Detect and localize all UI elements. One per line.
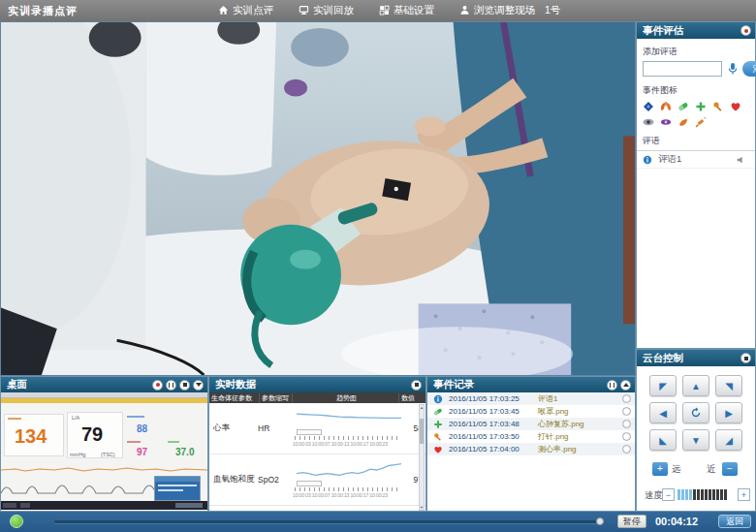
desktop-panel: 桌面 134 L/A 79 mmHg (TSC) 88 97 [0,376,208,512]
monitor-pr-value: 97 [137,447,147,457]
speed-label: 速度 [645,489,663,502]
col-trend: 趋势图 [293,393,399,403]
speed-level-bar [677,489,727,500]
pause-capture-button[interactable] [166,380,176,391]
ptz-up-right-button[interactable]: ◥ [715,375,742,396]
comment-input[interactable] [643,61,722,77]
tab-settings[interactable]: 基础设置 [379,4,434,17]
tab-playback[interactable]: 实训回放 [299,4,354,17]
record-button[interactable] [152,380,163,391]
event-log-row[interactable]: 2016/11/05 17:03:25评语1 [427,392,635,405]
event-icon-eye-icon[interactable] [643,116,654,128]
event-icon-capsule-icon[interactable] [677,101,689,112]
log-export-button[interactable] [620,380,631,391]
ptz-settings-button[interactable] [740,353,751,363]
heart-icon [433,445,443,454]
monitor-paren: (TSC) [101,452,115,457]
realtime-row: 心率HR10:00:03 10:00:07 10:00:13 10:00:17 … [209,403,425,454]
tab-label: 浏览调整现场 [474,4,535,17]
col-value: 数值 [399,393,425,403]
speed-segment [681,489,684,500]
event-action-button[interactable] [622,420,631,428]
toolbar-tabs: 实训点评实训回放基础设置浏览调整现场 [218,0,535,21]
desktop-title: 桌面 [7,378,27,391]
ptz-left-button[interactable]: ◀ [649,402,677,423]
speed-segment [685,489,688,500]
ptz-down-left-button[interactable]: ◣ [649,429,677,451]
event-icon-syringe-icon[interactable] [695,116,707,128]
person-icon [459,5,470,17]
comments-label: 评语 [643,135,755,147]
event-log-row[interactable]: 2016/11/05 17:03:50打针.png [427,430,635,443]
realtime-scrollbar[interactable]: ▲▼ [419,404,425,511]
event-icon-arm-icon[interactable] [677,116,689,128]
pause-button[interactable]: 暂停 [617,515,646,528]
event-eval-title: 事件评估 [643,24,683,38]
ptz-rotate-button[interactable] [682,402,709,423]
microphone-icon[interactable] [727,62,739,76]
eval-settings-button[interactable] [740,25,751,36]
event-action-button[interactable] [622,432,631,441]
event-icon-palette [643,101,756,128]
speed-plus-button[interactable]: + [738,488,750,501]
zoom-in-button[interactable]: + [652,462,668,476]
log-pause-button[interactable] [607,380,617,391]
chart-range-box[interactable] [297,429,322,435]
event-time: 2016/11/05 17:03:48 [449,420,538,428]
realtime-table-header: 生命体征参数 参数缩写 趋势图 数值 [209,392,425,403]
ptz-down-button[interactable]: ▼ [682,429,709,451]
tab-review[interactable]: 实训点评 [218,4,273,17]
home-icon [218,5,229,17]
event-log-row[interactable]: 2016/11/05 17:03:45喉罩.png [427,405,635,418]
event-action-button[interactable] [622,394,631,403]
seek-slider[interactable] [54,520,599,523]
realtime-panel: 实时数据 生命体征参数 参数缩写 趋势图 数值 心率HR10:00:03 10:… [208,376,426,512]
zoom-out-button[interactable]: − [722,462,738,476]
key-icon [433,432,443,442]
add-comment-label: 添加评语 [643,46,755,58]
ptz-up-left-button[interactable]: ◤ [649,375,677,396]
speed-segment [693,489,696,500]
add-comment-button[interactable]: 添加 [742,61,756,77]
app-title: 实训录播点评 [8,4,78,18]
ptz-up-button[interactable]: ▲ [682,375,709,396]
event-icon-eyemask-icon[interactable] [660,116,672,128]
realtime-settings-button[interactable] [411,380,422,391]
event-icon-diamond-icon[interactable] [643,101,654,112]
comment-row[interactable]: 评语1 [637,151,755,169]
event-action-button[interactable] [622,407,631,416]
monitor-nibp-value: 79 [81,424,122,444]
far-label: 远 [672,463,681,476]
monitor-spo2-value: 88 [137,423,147,434]
event-icon-key-icon[interactable] [712,101,724,112]
desktop-header: 桌面 [1,377,207,392]
chart-range-box[interactable] [297,481,322,486]
trend-chart: 10:00:03 10:00:07 10:00:13 10:00:17 10:0… [291,454,405,505]
event-log-row[interactable]: 2016/11/05 17:04:00测心率.png [427,443,635,455]
save-button[interactable] [193,380,204,391]
video-feed [0,21,636,376]
speed-segment [701,489,704,500]
event-log-header: 事件记录 [427,377,635,392]
event-log-row[interactable]: 2016/11/05 17:03:48心肺复苏.png [427,418,635,430]
event-action-button[interactable] [622,445,631,454]
param-name: 心率 [209,422,258,434]
speed-minus-button[interactable]: − [662,488,675,501]
event-icon-heart-icon[interactable] [730,101,741,112]
event-log-rows: 2016/11/05 17:03:25评语12016/11/05 17:03:4… [427,392,635,455]
monitor-icon [299,5,309,17]
speed-segment [705,489,708,500]
tab-live[interactable]: 浏览调整现场 [459,4,535,17]
end-button[interactable]: 返回 [718,515,751,528]
ptz-down-right-button[interactable]: ◢ [715,429,742,451]
snapshot-button[interactable] [179,380,190,391]
seek-thumb[interactable] [596,517,604,525]
event-icon-lungs-icon[interactable] [660,101,672,112]
trend-chart: 10:00:03 10:00:07 10:00:13 10:00:17 10:0… [291,403,405,454]
ptz-right-button[interactable]: ▶ [715,402,742,423]
near-label: 近 [707,463,716,476]
event-icons-label: 事件图标 [643,84,755,97]
event-icon-cross-icon[interactable] [695,101,707,112]
cross-icon [433,420,443,429]
play-audio-icon[interactable] [736,155,745,165]
